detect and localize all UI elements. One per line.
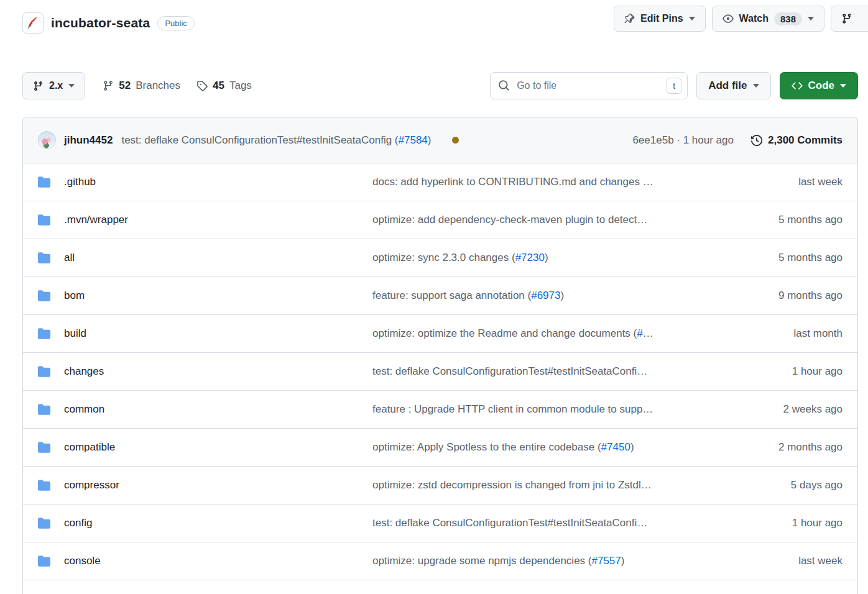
add-file-button[interactable]: Add file [696, 72, 770, 99]
add-file-label: Add file [708, 80, 747, 92]
go-to-file-input[interactable] [490, 72, 688, 99]
branch-selector[interactable]: 2.x [22, 72, 85, 99]
table-row: bom feature: support saga annotation (#6… [23, 277, 857, 315]
file-name-link[interactable]: changes [64, 365, 104, 378]
chevron-down-icon [808, 17, 814, 21]
repo-toolbar: 2.x 52 Branches 45 Tags t Add file [22, 72, 858, 99]
folder-icon [38, 365, 50, 378]
commit-author-link[interactable]: jihun4452 [64, 134, 113, 147]
go-to-file-wrap: t [490, 72, 688, 99]
tag-icon [196, 80, 208, 91]
table-row: build optimize: optimize the Readme and … [23, 315, 857, 353]
commits-count-label: 2,300 Commits [768, 134, 843, 147]
table-row: console optimize: upgrade some npmjs dep… [23, 542, 857, 580]
table-row: common feature : Upgrade HTTP client in … [23, 391, 857, 429]
watch-button[interactable]: Watch 838 [712, 6, 824, 32]
folder-icon [38, 176, 50, 188]
file-name-link[interactable]: compatible [64, 441, 115, 454]
folder-icon [38, 517, 50, 529]
file-name-link[interactable]: bom [64, 290, 85, 302]
tags-count: 45 [213, 80, 224, 92]
row-date: 5 months ago [743, 214, 843, 226]
row-commit-message[interactable]: test: deflake ConsulConfigurationTest#te… [372, 365, 743, 378]
row-commit-message[interactable]: optimize: zstd decompression is changed … [372, 479, 743, 491]
row-date: 5 days ago [743, 479, 843, 491]
folder-icon [38, 290, 50, 302]
watch-label: Watch [739, 13, 769, 24]
table-row-partial [23, 580, 857, 594]
row-date: last month [743, 327, 843, 340]
row-date: 9 months ago [743, 290, 843, 302]
commit-message-text: test: deflake ConsulConfigurationTest#te… [121, 134, 398, 146]
chevron-down-icon [840, 84, 846, 88]
repo-header: incubator-seata Public Edit Pins Watch 8… [22, 0, 858, 38]
apache-feather-logo[interactable] [22, 12, 44, 34]
edit-pins-button[interactable]: Edit Pins [614, 6, 705, 32]
folder-icon [38, 555, 50, 567]
table-row: config test: deflake ConsulConfiguration… [23, 505, 857, 542]
file-name-link[interactable]: build [64, 327, 86, 340]
folder-icon [38, 403, 50, 416]
row-date: last week [743, 555, 843, 567]
commit-history-link[interactable]: 2,300 Commits [751, 134, 843, 147]
file-name-link[interactable]: console [64, 555, 101, 567]
commit-message-link[interactable]: test: deflake ConsulConfigurationTest#te… [121, 134, 431, 147]
folder-icon [38, 214, 50, 226]
repo-page: incubator-seata Public Edit Pins Watch 8… [0, 0, 868, 594]
folder-icon [38, 479, 50, 491]
code-label: Code [808, 80, 835, 92]
file-name-link[interactable]: common [64, 403, 104, 416]
toolbar-right: t Add file Code [490, 72, 858, 99]
repo-title: incubator-seata [51, 16, 150, 30]
table-row: .mvn/wrapper optimize: add dependency-ch… [23, 201, 857, 239]
row-commit-message[interactable]: docs: add hyperlink to CONTRIBUTING.md a… [372, 176, 743, 188]
file-name-link[interactable]: all [64, 252, 75, 264]
commit-status-dot[interactable] [452, 137, 459, 144]
search-icon [498, 80, 510, 91]
tags-label: Tags [229, 80, 252, 92]
row-commit-message[interactable]: feature : Upgrade HTTP client in common … [372, 403, 743, 416]
branches-count: 52 [119, 80, 131, 92]
table-row: compatible optimize: Apply Spotless to t… [23, 429, 857, 467]
file-name-link[interactable]: .mvn/wrapper [64, 214, 128, 226]
table-row: all optimize: sync 2.3.0 changes (#7230)… [23, 239, 857, 277]
code-button[interactable]: Code [780, 72, 859, 99]
fork-icon [841, 13, 852, 24]
commit-message-suffix: ) [428, 134, 432, 146]
row-commit-message[interactable]: optimize: sync 2.3.0 changes (#7230) [372, 252, 743, 264]
avatar[interactable] [38, 131, 56, 149]
row-date: 1 hour ago [743, 365, 843, 378]
table-row: .github docs: add hyperlink to CONTRIBUT… [23, 163, 857, 201]
folder-icon [38, 252, 50, 264]
file-name-link[interactable]: .github [64, 176, 96, 188]
code-icon [792, 80, 803, 91]
feather-icon [25, 16, 40, 30]
branches-link[interactable]: 52 Branches [103, 80, 180, 92]
history-icon [751, 135, 762, 146]
header-actions: Edit Pins Watch 838 [614, 6, 868, 32]
folder-icon [38, 441, 50, 454]
row-commit-message[interactable]: optimize: add dependency-check-maven plu… [372, 214, 743, 226]
chevron-down-icon [753, 84, 759, 88]
row-date: 1 hour ago [743, 517, 843, 529]
chevron-down-icon [689, 17, 695, 21]
eye-icon [723, 13, 734, 24]
latest-commit-bar: jihun4452 test: deflake ConsulConfigurat… [23, 117, 857, 163]
file-name-link[interactable]: compressor [64, 479, 119, 491]
commit-hash-time[interactable]: 6ee1e5b · 1 hour ago [632, 134, 734, 147]
table-row: changes test: deflake ConsulConfiguratio… [23, 353, 857, 391]
file-name-link[interactable]: config [64, 517, 92, 529]
row-commit-message[interactable]: optimize: optimize the Readme and change… [372, 327, 743, 340]
row-commit-message[interactable]: optimize: upgrade some npmjs dependencie… [372, 555, 743, 567]
branches-label: Branches [136, 80, 180, 92]
branch-tag-links: 52 Branches 45 Tags [103, 80, 252, 92]
pr-link[interactable]: #7584 [399, 134, 428, 146]
row-commit-message[interactable]: test: deflake ConsulConfigurationTest#te… [372, 517, 743, 529]
chevron-down-icon [68, 84, 75, 88]
current-branch-label: 2.x [49, 80, 63, 91]
row-commit-message[interactable]: feature: support saga annotation (#6973) [372, 290, 743, 302]
row-commit-message[interactable]: optimize: Apply Spotless to the entire c… [372, 441, 743, 454]
fork-button[interactable] [831, 6, 868, 32]
branch-icon [103, 80, 114, 91]
tags-link[interactable]: 45 Tags [196, 80, 252, 92]
